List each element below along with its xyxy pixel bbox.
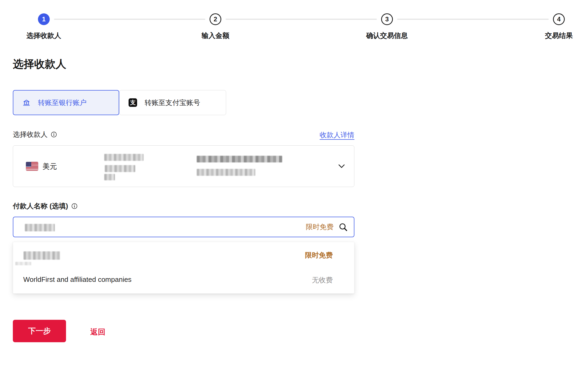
payer-section-header: 付款人名称 (选填) <box>13 201 78 211</box>
recipient-select[interactable]: 美元 <box>13 145 354 187</box>
fee-badge: 限时免费 <box>306 222 334 232</box>
suggestion-name: WorldFirst and affiliated companies <box>23 275 131 284</box>
redacted-text <box>197 169 255 176</box>
redacted-text <box>15 262 31 265</box>
currency-label: 美元 <box>42 146 57 187</box>
us-flag-icon <box>26 162 38 171</box>
search-icon[interactable] <box>338 222 348 232</box>
step-3-number: 3 <box>385 15 389 23</box>
tab-bank-label: 转账至银行账户 <box>38 98 87 107</box>
step-3-circle: 3 <box>381 13 393 25</box>
redacted-text <box>104 154 144 161</box>
info-icon[interactable] <box>71 203 78 209</box>
payer-suggestions-panel: 限时免费 WorldFirst and affiliated companies… <box>13 242 354 294</box>
alipay-icon-glyph: 支 <box>130 99 136 106</box>
step-1-circle: 1 <box>38 13 50 25</box>
page-title: 选择收款人 <box>13 57 66 71</box>
redacted-text <box>24 251 60 260</box>
tab-alipay-transfer[interactable]: 支 转账至支付宝账号 <box>119 90 226 115</box>
step-4-number: 4 <box>557 15 560 23</box>
recipient-section-label: 选择收款人 <box>13 130 48 139</box>
step-line-1 <box>54 19 205 20</box>
bank-icon <box>22 99 30 107</box>
recipient-section-header: 选择收款人 <box>13 130 57 139</box>
step-3-label: 确认交易信息 <box>366 31 408 40</box>
recipient-details-link[interactable]: 收款人详情 <box>320 130 354 140</box>
step-1-number: 1 <box>42 15 45 23</box>
step-2-circle: 2 <box>210 13 221 25</box>
redacted-text <box>25 224 55 231</box>
step-line-2 <box>226 19 377 20</box>
step-4-label: 交易结果 <box>545 31 573 40</box>
suggestion-fee-badge: 限时免费 <box>305 251 333 260</box>
transfer-page: 1 2 3 4 选择收款人 输入金额 确认交易信息 交易结果 选择收款人 <box>0 0 588 366</box>
tab-alipay-label: 转账至支付宝账号 <box>145 98 200 107</box>
redacted-text <box>104 174 115 180</box>
suggestion-fee-none: 无收费 <box>312 275 333 285</box>
suggestion-row-worldfirst[interactable]: WorldFirst and affiliated companies 无收费 <box>13 269 354 294</box>
step-4-circle: 4 <box>553 13 565 25</box>
step-1-label: 选择收款人 <box>26 31 61 40</box>
step-line-3 <box>397 19 549 20</box>
alipay-icon: 支 <box>129 98 137 107</box>
payer-section-label: 付款人名称 (选填) <box>13 201 68 211</box>
tab-bank-transfer[interactable]: 转账至银行账户 <box>13 90 119 115</box>
chevron-down-icon[interactable] <box>337 162 346 171</box>
step-2-label: 输入金额 <box>202 31 229 40</box>
info-icon[interactable] <box>51 131 57 138</box>
payer-name-input[interactable]: 限时免费 <box>13 217 354 237</box>
next-button[interactable]: 下一步 <box>13 320 66 342</box>
redacted-text <box>197 156 282 162</box>
suggestion-row-redacted[interactable]: 限时免费 <box>13 242 354 269</box>
step-2-number: 2 <box>214 15 217 23</box>
back-link[interactable]: 返回 <box>90 327 105 337</box>
redacted-text <box>105 165 135 172</box>
